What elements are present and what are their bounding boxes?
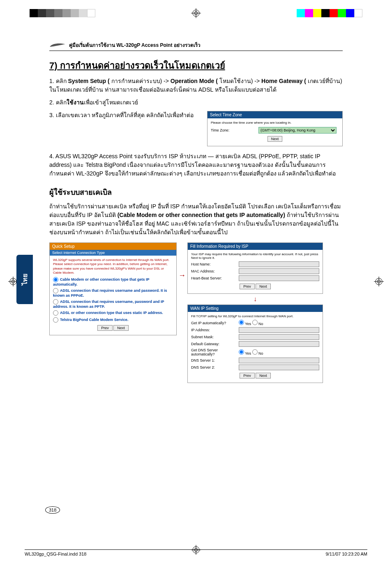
page-content: ไทย คู่มือเริ่มต้นการใช้งาน WL-320gP Acc… <box>33 33 359 530</box>
getip-yes-radio[interactable] <box>239 320 244 325</box>
color-bar-icon <box>30 9 95 17</box>
dns1-input[interactable] <box>239 358 319 363</box>
getdns-no-radio[interactable] <box>252 349 258 355</box>
mac-address-input[interactable] <box>239 268 319 274</box>
arrow-down-icon: ↓ <box>187 297 323 301</box>
next-button[interactable]: Next <box>113 325 129 331</box>
step-2: 2. คลิกใช้งานเพื่อเข้าสู่โหมดเกตเวย์ <box>49 98 343 107</box>
connection-type-radio[interactable] <box>53 317 58 323</box>
prev-button[interactable]: Prev <box>97 325 113 331</box>
arrow-right-icon: → <box>178 271 186 280</box>
header-title: คู่มือเริ่มต้นการใช้งาน WL-320gP Access … <box>69 41 201 49</box>
panel-title: Fill Information Required by ISP <box>188 243 323 250</box>
heartbeat-server-input[interactable] <box>239 275 319 281</box>
cable-paragraph: ถ้าท่านใช้บริการผ่านสายเคเบิล หรือที่อยู… <box>49 202 343 237</box>
connection-type-radio[interactable] <box>53 277 58 282</box>
default-gateway-input[interactable] <box>239 341 319 347</box>
ispinfo-desc: Your ISP may require the following infor… <box>191 252 319 260</box>
connection-type-radio[interactable] <box>53 310 58 316</box>
next-button[interactable]: Next <box>256 373 271 378</box>
next-button[interactable]: Next <box>256 284 271 289</box>
panel-subtitle: Select Internet Connection Type <box>50 250 176 256</box>
getip-no-radio[interactable] <box>252 320 258 325</box>
section-title: 7) การกำหนดค่าอย่างรวดเร็วในโหมดเกตเวย์ <box>49 58 343 73</box>
wanip-panel: WAN IP Setting Fill TCP/IP setting for W… <box>187 305 323 383</box>
ip-address-input[interactable] <box>239 327 319 333</box>
getdns-yes-radio[interactable] <box>239 349 244 355</box>
wanip-desc: Fill TCP/IP setting for WL320gP to conne… <box>191 314 319 318</box>
document-header: คู่มือเริ่มต้นการใช้งาน WL-320gP Access … <box>49 41 343 51</box>
feather-icon <box>49 42 66 49</box>
connection-type-radio[interactable] <box>53 288 58 293</box>
subheading: ผู้ใช้ระบบสายเคเบิล <box>49 186 343 198</box>
language-tab: ไทย <box>16 255 33 304</box>
dns2-input[interactable] <box>239 365 319 370</box>
prev-button[interactable]: Prev <box>240 284 255 289</box>
print-footer: WL320gp_QSG-Final.indd 318 9/11/07 10:23… <box>25 549 367 556</box>
panel-title: Select Time Zone <box>208 111 342 118</box>
step-3: 3. เลือกเขตเวลา หรือภูมิภาคที่ใกล้ที่สุด… <box>49 111 199 120</box>
timezone-panel: Select Time Zone Please choose the time … <box>207 111 343 146</box>
footer-timestamp: 9/11/07 10:23:20 AM <box>325 551 367 556</box>
host-name-input[interactable] <box>239 261 319 267</box>
quicksetup-desc: WL320gP supports several kinds of connec… <box>53 258 173 275</box>
step-4: 4. ASUS WL320gP Access Point รองรับบริกา… <box>49 152 343 178</box>
color-bar-icon <box>297 9 362 17</box>
ispinfo-panel: Fill Information Required by ISP Your IS… <box>187 242 323 294</box>
timezone-label: Time Zone: <box>211 128 256 132</box>
panel-title: Quick Setup <box>50 243 176 250</box>
quicksetup-panel: Quick Setup Select Internet Connection T… <box>49 242 177 335</box>
next-button[interactable]: Next <box>267 136 283 142</box>
registration-mark-icon <box>374 277 384 286</box>
registration-mark-icon <box>191 8 201 18</box>
prev-button[interactable]: Prev <box>240 373 255 378</box>
footer-filename: WL320gp_QSG-Final.indd 318 <box>25 551 86 556</box>
subnet-mask-input[interactable] <box>239 334 319 340</box>
connection-type-radio[interactable] <box>53 299 58 305</box>
panel-title: WAN IP Setting <box>188 305 323 312</box>
panel-instruction: Please choose the time zone where you ar… <box>211 121 339 125</box>
timezone-select[interactable]: (GMT+08:00) Beijing, Hong Kong <box>258 127 337 134</box>
step-1: 1. คลิก System Setup ( การกำหนดค่าระบบ) … <box>49 77 343 94</box>
page-number: 318 <box>45 506 60 514</box>
